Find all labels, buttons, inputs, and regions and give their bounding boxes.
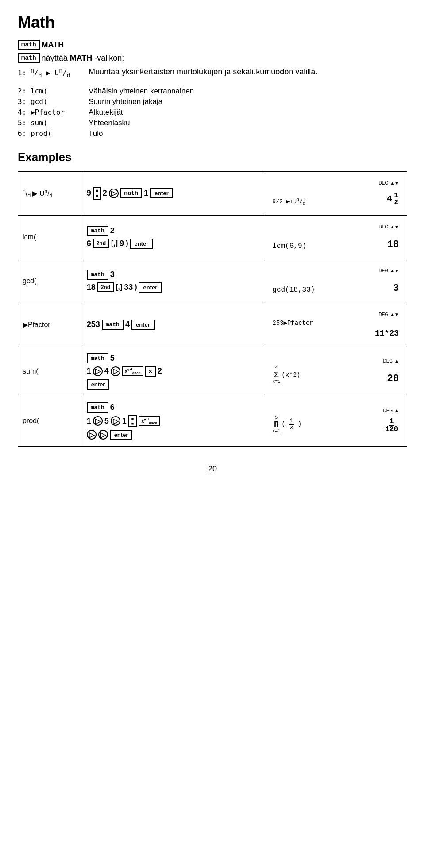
deg-label-prod: DEG — [383, 408, 393, 413]
screen-content-frac: 9/2 ▶+Un/d 4 1 2 — [272, 192, 399, 206]
page-number: 20 — [18, 464, 407, 474]
key-4-pfactor: 4 — [125, 320, 130, 329]
key-2nd-lcm: 2nd — [93, 239, 109, 248]
screen-deg-prod: DEG ▲ — [272, 408, 399, 413]
screen-result-prod: 1 120 — [384, 418, 399, 434]
key-9: 9 — [87, 189, 91, 198]
key-math-1: math — [120, 188, 142, 198]
key-33-gcd: 33 — [124, 283, 133, 292]
row-keyseq-gcd: math 3 18 2nd [,] 33 ) enter — [82, 259, 264, 303]
screen-deg-lcm: DEG ▲▼ — [272, 224, 399, 229]
table-row-lcm: lcm( math 2 6 2nd [,] 9 ) enter DEG ▲▼ — [18, 215, 407, 259]
screen-input-sum: 4 Σ x=1 (x*2) — [272, 364, 300, 384]
key-4-sum: 4 — [104, 366, 109, 376]
math-badge-1: math — [18, 40, 40, 50]
key-1-sum: 1 — [87, 366, 91, 376]
key-xyzt-prod: xyztabcd — [139, 416, 160, 426]
menu-item-gcd: 3: gcd( Suurin yhteinen jakaja — [18, 97, 407, 106]
key-xyzt-sum: xyztabcd — [122, 366, 143, 376]
screen-content-prod: 5 Π x=1 ( 1 x ) — [272, 414, 399, 434]
row-keyseq-lcm: math 2 6 2nd [,] 9 ) enter — [82, 215, 264, 259]
page-title: Math — [18, 13, 407, 32]
menu-item-pfactor: 4: ▶Pfactor Alkutekijät — [18, 108, 407, 117]
math-heading-text: MATH — [42, 40, 64, 50]
key-math-sum: math — [87, 353, 108, 363]
arrow-prod: ▲ — [394, 408, 399, 413]
key-enter-1: enter — [150, 188, 173, 198]
screen-result-sum: 20 — [387, 373, 399, 384]
key-math-lcm: math — [87, 226, 108, 236]
table-row-gcd: gcd( math 3 18 2nd [,] 33 ) enter DEG ▲▼ — [18, 259, 407, 303]
sigma-display: 4 Σ x=1 (x*2) — [272, 366, 300, 384]
sum-key: 5: sum( — [18, 119, 89, 127]
table-row-frac: n/d ▶ Un/d 9 ■ ■ 2 ▷ math 1 enter DEG ▲▼ — [18, 171, 407, 215]
pi-display: 5 Π x=1 ( 1 x ) — [272, 415, 301, 434]
lcm-desc: Vähäisin yhteinen kerrannainen — [89, 87, 194, 96]
key-enter-lcm: enter — [130, 239, 153, 249]
key-3-gcd: 3 — [110, 270, 115, 279]
screen-content-lcm: lcm(6,9) 18 — [272, 239, 399, 250]
menu-item-sum: 5: sum( Yhteenlasku — [18, 119, 407, 127]
row-keyseq-sum: math 5 1 ▷ 4 ▷ xyztabcd × 2 enter — [82, 347, 264, 396]
intro-nayttaa: näyttää — [42, 54, 68, 63]
key-rparen-gcd: ) — [135, 283, 137, 291]
row-label-pfactor: ▶Pfactor — [18, 303, 82, 347]
result-frac-prod: 1 120 — [384, 418, 399, 434]
row-label-frac: n/d ▶ Un/d — [18, 171, 82, 215]
key-frac-prod: ■ ■ — [128, 415, 137, 427]
key-2-lcm: 2 — [110, 226, 115, 235]
key-times-sum: × — [145, 366, 156, 377]
row-screen-lcm: DEG ▲▼ lcm(6,9) 18 — [264, 215, 407, 259]
screen-input-lcm: lcm(6,9) — [272, 242, 306, 250]
row-keyseq-frac: 9 ■ ■ 2 ▷ math 1 enter — [82, 171, 264, 215]
key-1: 1 — [144, 189, 148, 198]
key-comma-gcd: [,] — [116, 283, 122, 291]
row-label-prod: prod( — [18, 396, 82, 446]
right-arrow-prod-1: ▷ — [93, 416, 103, 426]
key-math-pfactor: math — [102, 320, 124, 330]
right-arrow-prod-2: ▷ — [111, 416, 120, 426]
fraction-desc: Muuntaa yksinkertaisten murtolukujen ja … — [89, 67, 317, 77]
key-5-prod: 5 — [104, 417, 109, 426]
screen-deg-indicator: DEG ▲▼ — [272, 181, 399, 185]
key-1-prod-2: 1 — [122, 417, 127, 426]
sum-expr: (x*2) — [282, 371, 300, 378]
row-label-sum: sum( — [18, 347, 82, 396]
prod-desc: Tulo — [89, 129, 103, 138]
right-arrow-key: ▷ — [109, 189, 119, 198]
key-6-lcm: 6 — [87, 239, 91, 248]
examples-table: n/d ▶ Un/d 9 ■ ■ 2 ▷ math 1 enter DEG ▲▼ — [18, 171, 407, 447]
sigma-block: 4 Σ x=1 — [272, 366, 280, 384]
key-2: 2 — [103, 189, 107, 198]
gcd-desc: Suurin yhteinen jakaja — [89, 97, 162, 106]
key-9-lcm: 9 — [120, 239, 124, 248]
key-frac: ■ ■ — [93, 187, 101, 200]
deg-label-pfactor: DEG — [379, 312, 389, 317]
intro-suffix: -valikon: — [94, 54, 124, 63]
key-2-sum: 2 — [158, 366, 162, 376]
key-6-prod: 6 — [110, 403, 115, 412]
key-1-prod: 1 — [87, 417, 91, 426]
prod-frac: 1 x — [289, 418, 294, 430]
table-row-prod: prod( math 6 1 ▷ 5 ▷ 1 ■ ■ xyztabcd ▷ ▷ — [18, 396, 407, 446]
row-screen-frac: DEG ▲▼ 9/2 ▶+Un/d 4 1 2 — [264, 171, 407, 215]
menu-item-fraction: 1: n/d ▶ Un/d Muuntaa yksinkertaisten mu… — [18, 67, 407, 79]
screen-input-prod: 5 Π x=1 ( 1 x ) — [272, 414, 301, 434]
screen-result-lcm: 18 — [387, 239, 399, 250]
screen-result-pfactor: 11*23 — [272, 329, 399, 338]
up-arrow-indicator: ▲▼ — [390, 181, 399, 185]
deg-label-sum: DEG — [383, 359, 393, 363]
screen-content-gcd: gcd(18,33) 3 — [272, 283, 399, 294]
key-enter-prod: enter — [110, 430, 133, 440]
row-keyseq-pfactor: 253 math 4 enter — [82, 303, 264, 347]
menu-item-lcm: 2: lcm( Vähäisin yhteinen kerrannainen — [18, 87, 407, 96]
prod-expr: ( 1 x ) — [282, 418, 301, 430]
row-screen-pfactor: DEG ▲▼ 253▶Pfactor 11*23 — [264, 303, 407, 347]
right-arrow-sum-2: ▷ — [111, 366, 120, 376]
screen-content-sum: 4 Σ x=1 (x*2) 20 — [272, 364, 399, 384]
gcd-key: 3: gcd( — [18, 97, 89, 106]
key-18-gcd: 18 — [87, 283, 96, 292]
math-badge-2: math — [18, 53, 40, 63]
table-row-sum: sum( math 5 1 ▷ 4 ▷ xyztabcd × 2 enter — [18, 347, 407, 396]
screen-input-pfactor: 253▶Pfactor — [272, 319, 399, 327]
